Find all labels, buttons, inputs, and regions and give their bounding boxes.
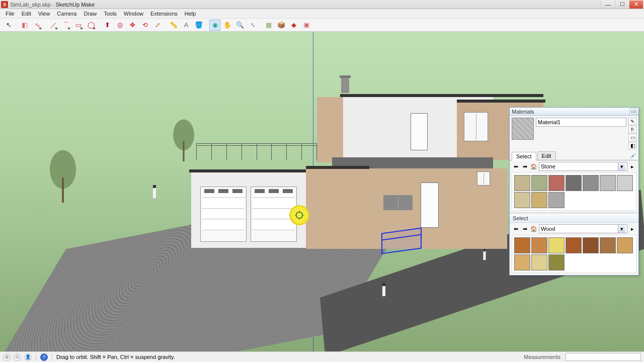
material-side-icon-2[interactable]: ▭ [628,134,636,141]
nav-back-icon[interactable]: ⬅ [512,225,520,233]
measurements-label: Measurements [522,354,562,360]
window [383,195,413,210]
library-select-wood[interactable]: Wood ▾ [539,224,627,233]
wood-swatch[interactable] [531,237,547,253]
stone-swatch[interactable] [531,175,547,191]
minimize-button[interactable]: — [601,1,615,9]
text-tool[interactable]: A [181,20,192,31]
menu-window[interactable]: Window [120,10,147,18]
material-side-icon-3[interactable]: ◧ [628,142,636,149]
zoom-extents-tool[interactable]: ⤡ [247,20,258,31]
nav-fwd-icon[interactable]: ➡ [521,162,529,170]
select-tool[interactable]: ↖ [3,20,14,31]
wood-swatch[interactable] [548,237,565,253]
material-side-icon-1[interactable]: ⎘ [628,126,636,133]
eraser-tool[interactable]: ◧ [19,20,30,31]
menu-tools[interactable]: Tools [100,10,120,18]
library-select-stone[interactable]: Stone ▾ [539,162,627,171]
stone-swatch[interactable] [617,175,633,191]
nav-fwd-icon[interactable]: ➡ [521,225,529,233]
stone-swatch[interactable] [548,175,565,191]
chevron-down-icon[interactable]: ▾ [618,225,625,233]
tree [40,142,86,203]
home-icon[interactable]: 🏠 [530,225,538,233]
warehouse-tool[interactable]: ▦ [263,20,274,31]
status-signin-icon[interactable]: 👤 [24,353,32,361]
wood-swatch[interactable] [514,237,530,253]
materials-panel-title[interactable]: Materials ▭ [510,108,638,116]
stone-swatch[interactable] [514,175,530,191]
offset-tool[interactable]: ◎ [114,20,125,31]
menu-help[interactable]: Help [181,10,200,18]
menu-view[interactable]: View [35,10,54,18]
title-bar: S SimLab_skp.skp - SketchUp Make — ☐ ✕ [0,0,644,9]
svg-point-0 [296,212,303,219]
extension-warehouse-tool[interactable]: 📦 [276,20,287,31]
rotate-tool[interactable]: ⟲ [139,20,150,31]
wood-swatch[interactable] [583,237,599,253]
building-model [181,82,543,283]
wood-swatch[interactable] [617,237,633,253]
orbit-cursor-icon [289,205,309,225]
line-tool[interactable]: ／ [48,20,59,31]
pushpull-tool[interactable]: ⬆ [102,20,113,31]
balcony-door [411,113,428,150]
scale-tool[interactable]: ⤢ [152,20,163,31]
arc-tool[interactable]: ⌒ [60,20,71,31]
orbit-tool[interactable]: ◉ [209,20,220,31]
close-button[interactable]: ✕ [629,1,643,9]
menu-edit[interactable]: Edit [18,10,35,18]
details-icon[interactable]: ▸ [628,162,636,170]
details-icon[interactable]: ▸ [628,225,636,233]
simlab-tool[interactable]: ▣ [301,20,312,31]
wood-swatch[interactable] [600,237,616,253]
wood-swatch-grid [512,235,636,273]
maximize-button[interactable]: ☐ [615,1,629,9]
status-help-icon[interactable]: ? [40,353,48,361]
stone-swatch[interactable] [531,192,547,208]
chevron-down-icon[interactable]: ▾ [618,162,625,170]
wood-swatch[interactable] [531,254,547,270]
window [477,171,490,186]
nav-back-icon[interactable]: ⬅ [512,162,520,170]
viewport-3d[interactable]: Materials ▭ ✎⎘▭◧ Select Edit 💉 ⬅ ➡ 🏠 Sto… [0,32,644,351]
tape-measure-tool[interactable]: 📏 [168,20,179,31]
stone-swatch[interactable] [548,192,565,208]
eyedropper-icon[interactable]: 💉 [629,153,636,160]
menu-extensions[interactable]: Extensions [147,10,181,18]
zoom-tool[interactable]: 🔍 [234,20,246,31]
materials-collapse-button[interactable]: ▭ [629,108,636,115]
stone-swatch[interactable] [583,175,599,191]
stone-swatch[interactable] [566,175,582,191]
tab-select[interactable]: Select [512,152,536,160]
chimney [341,78,349,93]
wood-swatch[interactable] [566,237,582,253]
section2-label: Select [510,214,638,223]
tab-edit[interactable]: Edit [537,151,556,160]
menu-draw[interactable]: Draw [80,10,100,18]
home-icon[interactable]: 🏠 [530,162,538,170]
materials-panel[interactable]: Materials ▭ ✎⎘▭◧ Select Edit 💉 ⬅ ➡ 🏠 Sto… [509,107,639,276]
move-tool[interactable]: ✥ [127,20,138,31]
measurements-input[interactable] [566,353,641,361]
menu-camera[interactable]: Camera [53,10,80,18]
wood-swatch[interactable] [514,254,530,270]
stone-swatch[interactable] [514,192,530,208]
status-credits-icon[interactable]: © [14,353,21,361]
bollard [483,249,486,260]
layers-tool[interactable]: ◆ [288,20,299,31]
wood-swatch[interactable] [548,254,565,270]
paint-bucket-tool[interactable]: 🪣 [193,20,204,31]
freehand-tool[interactable]: ∿ [32,20,43,31]
material-name-input[interactable] [536,118,626,127]
pan-tool[interactable]: ✋ [222,20,233,31]
stone-swatch[interactable] [600,175,616,191]
material-preview[interactable] [512,118,534,140]
rectangle-tool[interactable]: ▭ [73,20,84,31]
status-geo-icon[interactable]: ⊕ [3,353,11,361]
circle-tool[interactable]: ◯ [86,20,97,31]
garage-door-left [200,187,247,242]
material-side-icon-0[interactable]: ✎ [628,118,636,125]
library-select-value: Wood [541,226,555,232]
menu-file[interactable]: File [2,10,18,18]
